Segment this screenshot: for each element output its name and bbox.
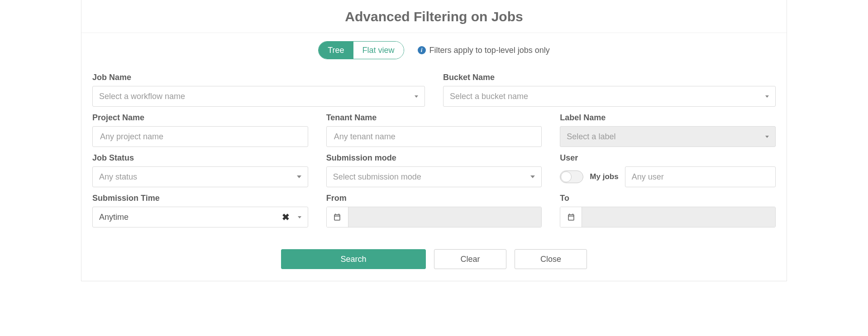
calendar-icon: [560, 207, 582, 227]
tenant-name-field[interactable]: [333, 127, 535, 147]
from-label: From: [326, 194, 542, 203]
chevron-down-icon: [765, 95, 769, 98]
dialog-title: Advanced Filtering on Jobs: [81, 0, 787, 33]
project-name-input[interactable]: [92, 126, 308, 147]
calendar-icon: [327, 207, 348, 227]
to-label: To: [560, 194, 776, 203]
from-date-input[interactable]: [326, 207, 542, 227]
project-name-label: Project Name: [92, 113, 308, 123]
chevron-down-icon: [298, 216, 301, 218]
toggle-knob: [561, 171, 572, 182]
filter-scope-note: i Filters apply to top-level jobs only: [418, 46, 550, 55]
submission-time-select[interactable]: Anytime ✖: [92, 207, 308, 227]
chevron-down-icon: [297, 175, 301, 178]
tenant-name-label: Tenant Name: [326, 113, 542, 123]
submission-mode-placeholder: Select submission mode: [333, 172, 527, 182]
label-name-select[interactable]: Select a label: [560, 126, 776, 147]
job-status-select[interactable]: Any status: [92, 166, 308, 187]
job-status-placeholder: Any status: [99, 172, 293, 182]
label-name-label: Label Name: [560, 113, 776, 123]
submission-time-value: Anytime: [99, 213, 282, 222]
tenant-name-input[interactable]: [326, 126, 542, 147]
job-name-select[interactable]: Select a workflow name: [92, 86, 425, 107]
info-icon: i: [418, 46, 426, 54]
button-row: Search Clear Close: [81, 238, 787, 281]
label-name-placeholder: Select a label: [567, 132, 762, 142]
view-toggle: Tree Flat view: [318, 41, 404, 59]
close-icon[interactable]: ✖: [282, 212, 290, 222]
chevron-down-icon: [415, 95, 418, 98]
project-name-field[interactable]: [99, 127, 301, 147]
from-date-field[interactable]: [348, 207, 542, 227]
my-jobs-toggle-label: My jobs: [590, 172, 618, 181]
job-status-label: Job Status: [92, 153, 308, 163]
search-button[interactable]: Search: [281, 249, 426, 269]
user-label: User: [560, 153, 776, 163]
form-area: Job Name Select a workflow name Bucket N…: [81, 62, 787, 238]
filter-scope-note-text: Filters apply to top-level jobs only: [429, 46, 550, 55]
my-jobs-toggle[interactable]: [560, 170, 583, 183]
job-name-placeholder: Select a workflow name: [99, 92, 411, 101]
to-date-input[interactable]: [560, 207, 776, 227]
submission-time-label: Submission Time: [92, 194, 308, 203]
chevron-down-icon: [765, 136, 769, 138]
submission-mode-label: Submission mode: [326, 153, 542, 163]
chevron-down-icon: [530, 175, 535, 178]
bucket-name-placeholder: Select a bucket name: [450, 92, 762, 101]
job-name-label: Job Name: [92, 73, 425, 82]
bucket-name-label: Bucket Name: [443, 73, 776, 82]
view-toggle-tree[interactable]: Tree: [319, 42, 353, 59]
to-date-field[interactable]: [582, 207, 775, 227]
user-input[interactable]: [625, 166, 776, 187]
submission-mode-select[interactable]: Select submission mode: [326, 166, 542, 187]
clear-button[interactable]: Clear: [434, 249, 506, 269]
top-row: Tree Flat view i Filters apply to top-le…: [81, 33, 787, 62]
advanced-filter-dialog: Advanced Filtering on Jobs Tree Flat vie…: [81, 0, 787, 281]
close-button[interactable]: Close: [515, 249, 587, 269]
bucket-name-select[interactable]: Select a bucket name: [443, 86, 776, 107]
view-toggle-flat[interactable]: Flat view: [353, 42, 404, 59]
